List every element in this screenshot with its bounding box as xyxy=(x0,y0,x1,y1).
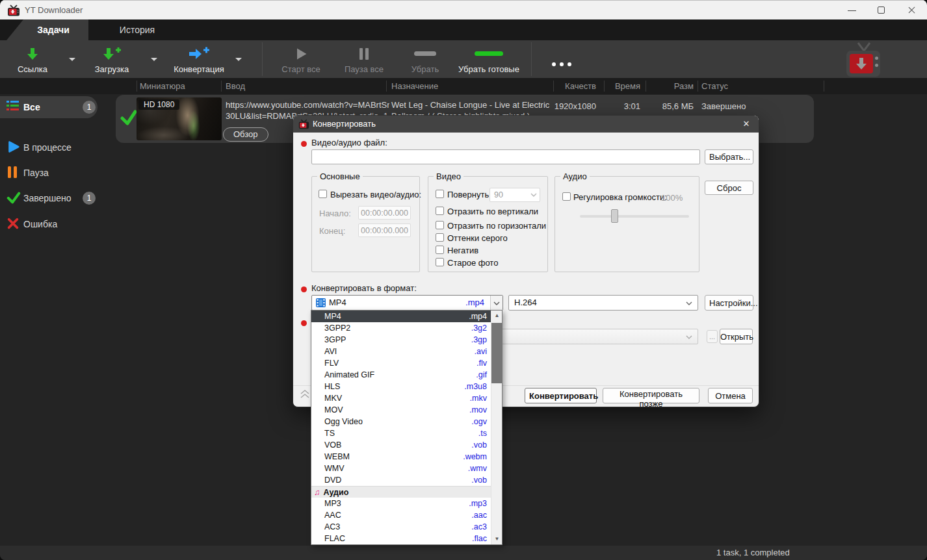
format-option[interactable]: MKV.mkv xyxy=(311,392,491,404)
task-summary: 1 task, 1 completed xyxy=(716,546,790,560)
output-browse-button[interactable]: ... xyxy=(707,330,718,343)
toolbar-separator xyxy=(531,42,532,76)
format-option[interactable]: AC3.ac3 xyxy=(311,521,491,533)
codec-select[interactable]: H.264 xyxy=(508,295,698,311)
format-option-name: MOV xyxy=(324,404,343,416)
flip-vertical-checkbox[interactable] xyxy=(436,207,444,215)
format-option[interactable]: Ogg Video.ogv xyxy=(311,416,491,427)
format-option[interactable]: MOV.mov xyxy=(311,404,491,416)
format-option-name: WEBM xyxy=(324,451,350,463)
more-actions-button[interactable] xyxy=(545,40,579,78)
pause-all-button[interactable]: Убрать Пауза все xyxy=(333,40,395,78)
pause-icon xyxy=(7,166,21,180)
format-option-name: 3GPP2 xyxy=(324,322,350,334)
format-select[interactable]: MP4 .mp4 xyxy=(311,295,503,311)
add-download-dropdown-chevron[interactable] xyxy=(147,56,161,64)
choose-file-button[interactable]: Выбрать... xyxy=(705,149,753,164)
format-option[interactable]: DVD.vob xyxy=(311,474,491,486)
file-path-input[interactable] xyxy=(311,149,700,164)
remove-button[interactable]: Убрать xyxy=(395,40,455,78)
format-option[interactable]: 3GPP2.3g2 xyxy=(311,322,491,334)
format-option[interactable]: HLS.m3u8 xyxy=(311,381,491,392)
sidebar-item-in-progress[interactable]: В процессе xyxy=(0,138,98,157)
required-dot-icon xyxy=(301,320,307,326)
format-option[interactable]: FLV.flv xyxy=(311,357,491,369)
column-header-input[interactable]: Ввод xyxy=(226,78,245,94)
sidebar-item-paused[interactable]: Пауза xyxy=(0,163,98,183)
sidebar-item-error[interactable]: Ошибка xyxy=(0,214,98,234)
format-option[interactable]: AAC.aac xyxy=(311,509,491,521)
add-download-button[interactable]: Загрузка xyxy=(85,40,139,78)
grayscale-checkbox[interactable] xyxy=(436,233,444,242)
format-option[interactable]: MP3.mp3 xyxy=(311,498,491,509)
scroll-up-icon[interactable]: ▲ xyxy=(491,311,503,321)
column-header-time[interactable]: Время xyxy=(607,78,640,94)
add-conversion-dropdown-chevron[interactable] xyxy=(231,56,246,64)
convert-later-button[interactable]: Конвертировать позже xyxy=(603,388,699,403)
minimize-icon xyxy=(848,10,856,11)
sidebar-item-all[interactable]: Все 1 xyxy=(0,96,98,118)
minimize-button[interactable] xyxy=(837,1,867,20)
dialog-close-button[interactable]: ✕ xyxy=(737,116,756,133)
dropdown-scrollbar[interactable]: ▲ ▼ xyxy=(491,311,502,544)
format-option-ext: .m3u8 xyxy=(464,381,487,392)
start-all-button[interactable]: Старт все xyxy=(270,40,332,78)
column-header-size[interactable]: Разм xyxy=(650,78,694,94)
format-option-name: 3GPP xyxy=(324,334,346,346)
maximize-button[interactable] xyxy=(867,1,897,20)
end-label: Конец: xyxy=(319,226,345,236)
browse-button[interactable]: Обзор xyxy=(223,127,268,142)
format-option-ext: .mp3 xyxy=(469,498,487,509)
close-button[interactable] xyxy=(897,1,927,20)
format-option-ext: .vob xyxy=(471,474,487,486)
add-link-button[interactable]: Ссылка xyxy=(5,40,60,78)
format-option[interactable]: WMV.wmv xyxy=(311,463,491,474)
combo-chevron-button[interactable] xyxy=(490,296,503,310)
cancel-button[interactable]: Отмена xyxy=(708,388,753,403)
start-time-input[interactable]: 00:00:00.000 xyxy=(358,206,411,220)
format-option[interactable]: 3GPP.3gp xyxy=(311,334,491,346)
add-link-dropdown-chevron[interactable] xyxy=(65,56,79,64)
open-folder-button[interactable]: Открыть xyxy=(720,329,753,344)
titlebar: YT Downloader xyxy=(0,0,927,19)
reset-button[interactable]: Сброс xyxy=(705,181,753,195)
format-option[interactable]: AVI.avi xyxy=(311,346,491,357)
scroll-down-icon[interactable]: ▼ xyxy=(491,534,503,544)
column-header-status[interactable]: Статус xyxy=(701,78,728,94)
format-option-name: FLAC xyxy=(324,533,345,544)
format-option[interactable]: Animated GIF.gif xyxy=(311,369,491,381)
column-header-thumbnail[interactable]: Миниатюра xyxy=(140,78,185,94)
remove-completed-button[interactable]: Убрать готовые xyxy=(456,40,521,78)
cut-checkbox[interactable] xyxy=(319,190,327,198)
collapse-chevrons-icon[interactable] xyxy=(298,387,312,400)
format-option[interactable]: WEBM.webm xyxy=(311,451,491,463)
grayscale-label: Оттенки серого xyxy=(447,233,508,243)
app-tv-icon xyxy=(7,5,20,16)
format-option[interactable]: TS.ts xyxy=(311,427,491,439)
rotate-checkbox[interactable] xyxy=(436,190,444,198)
format-option[interactable]: FLAC.flac xyxy=(311,533,491,544)
film-strip-icon xyxy=(316,298,326,307)
tab-tasks[interactable]: Задачи xyxy=(7,19,88,40)
end-time-input[interactable]: 00:00:00.000 xyxy=(358,223,411,237)
volume-slider-track[interactable] xyxy=(580,215,689,218)
format-option[interactable]: VOB.vob xyxy=(311,439,491,451)
old-photo-checkbox[interactable] xyxy=(436,258,444,266)
format-option-name: AVI xyxy=(324,346,337,357)
column-header-quality[interactable]: Качеств xyxy=(559,78,596,94)
volume-checkbox[interactable] xyxy=(562,192,571,201)
scrollbar-thumb[interactable] xyxy=(491,323,503,383)
flip-horizontal-checkbox[interactable] xyxy=(436,221,444,229)
negative-checkbox[interactable] xyxy=(436,246,444,254)
format-option[interactable]: MP4.mp4 xyxy=(311,311,491,322)
add-conversion-button[interactable]: Конвертация xyxy=(168,40,230,78)
convert-button[interactable]: Конвертировать xyxy=(525,388,597,403)
codec-settings-button[interactable]: Настройки... xyxy=(705,295,753,311)
pause-all-icon xyxy=(333,47,395,61)
format-option-name: HLS xyxy=(324,381,340,392)
tab-history[interactable]: История xyxy=(96,19,178,40)
volume-slider-thumb[interactable] xyxy=(611,209,618,223)
format-dropdown-list: MP4.mp43GPP2.3g23GPP.3gpAVI.aviFLV.flvAn… xyxy=(311,311,491,544)
sidebar-item-completed[interactable]: Завершено 1 xyxy=(0,188,98,208)
column-header-destination[interactable]: Назначение xyxy=(391,78,438,94)
